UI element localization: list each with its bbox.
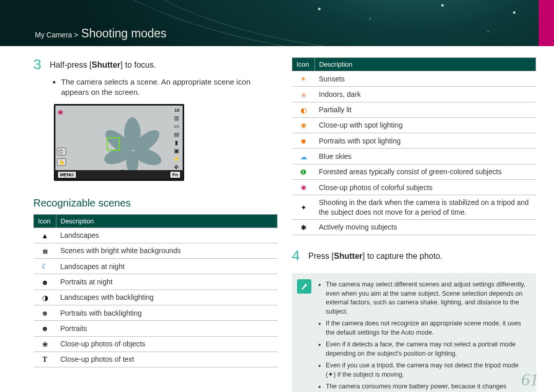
scene-desc: Forested areas typically consist of gree…: [315, 164, 536, 179]
scene-icon-cell: ☀: [292, 71, 315, 87]
scene-icon-cell: ◐: [292, 102, 315, 117]
scene-icon-cell: ❶: [292, 164, 315, 179]
table-row: ✱Actively moving subjects: [292, 219, 536, 235]
scene-icon-cell: T: [34, 352, 56, 367]
scene-desc: Close-up photos of objects: [56, 336, 278, 352]
col-icon: Icon: [34, 214, 56, 228]
scene-icon: ❶: [299, 168, 308, 177]
scene-icon: ☻: [299, 136, 308, 146]
scene-icon: ▲: [41, 231, 50, 240]
col-icon: Icon: [292, 58, 315, 71]
table-row: ☁Blue skies: [292, 149, 536, 164]
note-box: The camera may select different scenes a…: [292, 273, 536, 392]
scene-icon-cell: ⍟: [292, 87, 315, 102]
scene-icon-cell: ▲: [34, 228, 56, 243]
scene-desc: Close-up photos of text: [56, 352, 278, 367]
scene-icon: ☀: [299, 74, 308, 84]
scene-icon: T: [41, 355, 50, 364]
table-row: ☻Portraits: [34, 321, 278, 336]
section-heading: Recognizable scenes: [33, 197, 278, 209]
scene-desc: Portraits with spot lighting: [315, 133, 536, 149]
scene-icon: ❀: [299, 121, 308, 130]
table-row: ◐Partially lit: [292, 102, 536, 117]
scene-icon-cell: ☻: [34, 274, 56, 290]
scene-desc: Actively moving subjects: [315, 219, 536, 235]
scene-desc: Landscapes: [56, 228, 278, 243]
col-desc: Description: [315, 58, 536, 71]
focus-box: [107, 137, 120, 151]
scenes-table-left: Icon Description ▲Landscapes▦Scenes with…: [33, 214, 278, 368]
scene-icon: ☁: [299, 152, 308, 161]
note-item: Even if it detects a face, the camera ma…: [326, 340, 528, 358]
table-row: ❶Forested areas typically consist of gre…: [292, 164, 536, 179]
scene-icon: ❀: [41, 340, 50, 349]
scene-desc: Portraits with backlighting: [56, 305, 278, 320]
table-row: TClose-up photos of text: [34, 352, 278, 367]
table-row: ✦Shooting in the dark when the camera is…: [292, 195, 536, 219]
scene-icon: ▦: [41, 246, 50, 256]
scene-icon: ◐: [299, 106, 308, 115]
scene-desc: Shooting in the dark when the camera is …: [315, 195, 536, 219]
scene-icon-cell: ❀: [292, 117, 315, 133]
scene-desc: Landscapes at night: [56, 259, 278, 274]
scene-icon: ❀: [299, 183, 308, 192]
step-number: 3: [33, 57, 44, 72]
page-header: My Camera > Shooting modes: [0, 0, 554, 46]
table-row: ☀Sunsets: [292, 71, 536, 87]
menu-button: MENU: [57, 171, 76, 178]
table-row: ☻Portraits with spot lighting: [292, 133, 536, 149]
scene-desc: Sunsets: [315, 71, 536, 87]
table-row: ❀Close-up with spot lighting: [292, 117, 536, 133]
camera-lcd-screenshot: 10 ▥ ▭ ▤ ▮ ▣ ⚡ ✥ ⌬ 👆: [54, 104, 184, 181]
side-tab: [539, 0, 554, 46]
table-row: ☾Landscapes at night: [34, 259, 278, 274]
step-4: 4 Press [Shutter] to capture the photo.: [292, 249, 536, 263]
scene-icon-cell: ☁: [292, 149, 315, 164]
scene-icon: ☾: [41, 262, 50, 271]
step-text: Press [Shutter] to capture the photo.: [308, 249, 442, 263]
scene-desc: Portraits at night: [56, 274, 278, 290]
page-number: 61: [521, 370, 539, 389]
scene-icon: ⍟: [299, 90, 308, 99]
scene-icon-cell: ☻: [34, 321, 56, 336]
scene-icon: ☻: [41, 324, 50, 334]
table-row: ⍟Indoors, dark: [292, 87, 536, 102]
note-item: The camera consumes more battery power, …: [326, 382, 528, 392]
scene-desc: Close-up photos of colorful subjects: [315, 180, 536, 195]
scene-desc: Close-up with spot lighting: [315, 117, 536, 133]
step-text: Half-press [Shutter] to focus.: [50, 57, 156, 72]
table-row: ▲Landscapes: [34, 228, 278, 243]
scene-desc: Portraits: [56, 321, 278, 336]
table-row: ❀Close-up photos of objects: [34, 336, 278, 352]
scene-icon-cell: ❀: [292, 180, 315, 195]
scene-desc: Blue skies: [315, 149, 536, 164]
note-item: The camera may select different scenes a…: [326, 280, 528, 316]
notes-list: The camera may select different scenes a…: [318, 280, 528, 392]
fn-button: Fn: [170, 171, 181, 178]
scene-icon: ☻: [41, 278, 50, 287]
scene-icon-cell: ☻: [34, 305, 56, 320]
table-row: ◑Landscapes with backlighting: [34, 290, 278, 305]
scene-icon: ✱: [299, 223, 308, 232]
note-item: Even if you use a tripod, the camera may…: [326, 361, 528, 379]
lcd-bottom-bar: MENU Fn: [55, 170, 183, 179]
scene-icon: ☻: [41, 308, 50, 318]
scene-desc: Indoors, dark: [315, 87, 536, 102]
scene-icon-cell: ☻: [292, 133, 315, 149]
table-row: ☻Portraits at night: [34, 274, 278, 290]
scene-desc: Landscapes with backlighting: [56, 290, 278, 305]
col-desc: Description: [56, 214, 278, 228]
scene-icon-cell: ◑: [34, 290, 56, 305]
scenes-table-right: Icon Description ☀Sunsets⍟Indoors, dark◐…: [292, 57, 536, 235]
table-row: ▦Scenes with bright white backgrounds: [34, 243, 278, 258]
table-row: ☻Portraits with backlighting: [34, 305, 278, 320]
table-row: ❀Close-up photos of colorful subjects: [292, 180, 536, 195]
step-number: 4: [292, 249, 302, 263]
left-column: 3 Half-press [Shutter] to focus. The cam…: [33, 57, 278, 392]
pen-icon: [297, 279, 311, 294]
breadcrumb: My Camera > Shooting modes: [35, 27, 167, 40]
scene-icon-cell: ✱: [292, 219, 315, 235]
breadcrumb-parent: My Camera >: [35, 31, 78, 39]
note-item: If the camera does not recognize an appr…: [326, 319, 528, 337]
scene-icon-cell: ☾: [34, 259, 56, 274]
